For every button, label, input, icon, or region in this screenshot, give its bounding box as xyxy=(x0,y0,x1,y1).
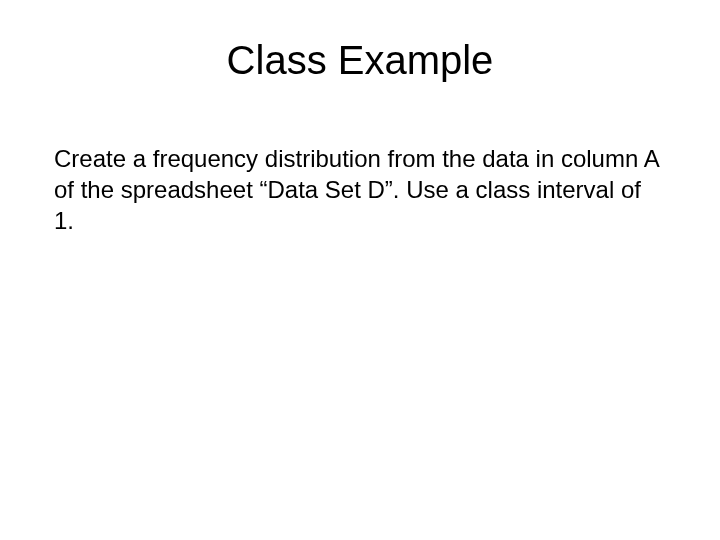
slide-title: Class Example xyxy=(50,38,670,83)
slide: Class Example Create a frequency distrib… xyxy=(0,0,720,540)
slide-body-text: Create a frequency distribution from the… xyxy=(50,143,670,237)
